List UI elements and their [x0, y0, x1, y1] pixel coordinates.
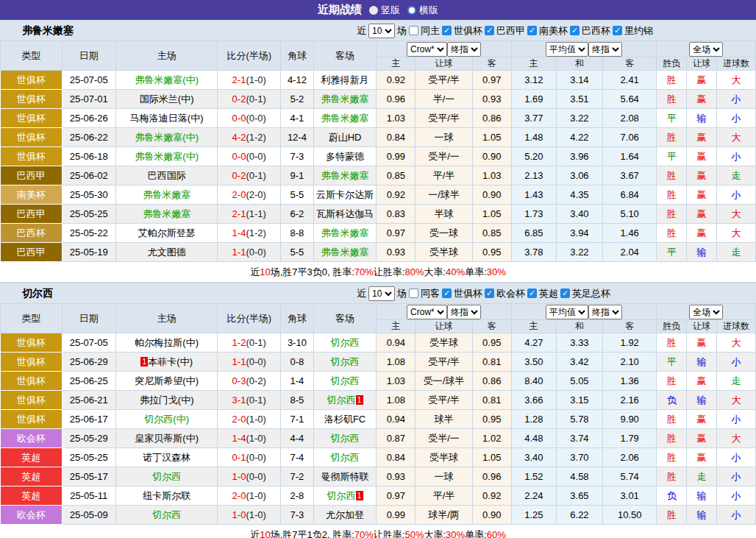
result-cell: 平 [657, 353, 687, 372]
home-team-name: 本菲卡(中) [148, 356, 193, 367]
average-odds-cell: 3.42 [556, 353, 602, 372]
score-cell: 2-0(2-0) [218, 185, 281, 205]
crow-odds-cell: 受平/半 [416, 109, 472, 128]
home-team-cell: 切尔西 [115, 467, 218, 486]
result-cell: 小 [716, 147, 755, 166]
match-date: 25-06-02 [62, 166, 115, 185]
average-odds-header: 平均值终指 [511, 41, 657, 57]
crow-odds-cell: 受半球 [416, 333, 472, 353]
crow-odds-cell: 0.86 [472, 109, 511, 128]
average-odds-cell: 4.22 [556, 128, 602, 147]
average-odds-cell: 6.22 [556, 506, 602, 525]
result-cell: 输 [687, 506, 717, 525]
average-select[interactable]: 平均值 [546, 305, 588, 319]
scope-select[interactable]: 全场 [689, 42, 723, 57]
half-time-score: (0-0) [246, 471, 265, 482]
corner-count: 9-1 [281, 166, 314, 185]
col-header-corner: 角球 [281, 41, 314, 71]
crow-odds-cell: 0.99 [377, 506, 416, 525]
league-badge: 世俱杯 [1, 410, 63, 429]
result-cell: 小 [716, 353, 755, 372]
match-date: 25-05-11 [62, 486, 115, 506]
crow-odds-cell: 0.97 [472, 71, 511, 90]
average-odds-cell: 1.46 [603, 224, 657, 243]
crow-odds-cell: 0.92 [377, 185, 416, 205]
result-cell: 赢 [687, 410, 717, 429]
corner-count: 7-2 [281, 467, 314, 486]
league-badge: 英超 [1, 486, 63, 506]
league-checkbox[interactable]: ✓ [485, 289, 494, 298]
col-header-corner: 角球 [281, 304, 314, 333]
league-checkbox-label: 巴西杯 [582, 24, 610, 38]
radio-circle-icon[interactable] [369, 6, 378, 15]
crow-odds-cell: 0.99 [377, 147, 416, 166]
score-cell: 1-1(0-0) [218, 243, 281, 262]
score-cell: 0-2(0-1) [218, 90, 281, 109]
result-cell: 胜 [657, 90, 687, 109]
average-odds-cell: 5.10 [603, 205, 657, 224]
average-odds-cell: 9.90 [603, 410, 657, 429]
away-team-cell: 切尔西 [313, 448, 377, 467]
match-date: 25-06-17 [62, 410, 115, 429]
result-cell: 赢 [687, 71, 717, 90]
average-odds-cell: 3.50 [511, 353, 556, 372]
home-team-cell: 皇家贝蒂斯(中) [115, 429, 218, 448]
league-badge: 南美杯 [1, 185, 63, 205]
bookmaker-select[interactable]: Crow* [407, 305, 447, 319]
sub-col-header: 主 [377, 57, 416, 71]
bookmaker-select[interactable]: Crow* [407, 42, 447, 57]
league-checkbox[interactable]: ✓ [527, 289, 537, 298]
same-venue-checkbox[interactable] [409, 26, 418, 35]
same-venue-checkbox[interactable] [409, 289, 418, 298]
final-odds-select-2[interactable]: 终指 [588, 42, 622, 57]
radio-circle-selected-icon[interactable] [407, 6, 416, 15]
league-badge: 巴西甲 [1, 205, 63, 224]
match-count-select[interactable]: 10 [368, 24, 395, 38]
crow-odds-cell: 0.93 [377, 243, 416, 262]
league-checkbox-label: 里约锦 [624, 24, 653, 38]
league-checkbox[interactable]: ✓ [485, 26, 494, 35]
match-date: 25-07-01 [62, 90, 115, 109]
crow-odds-cell: 0.94 [377, 333, 416, 353]
league-checkbox-label: 英超 [539, 287, 558, 300]
summary-text: 单率: [465, 266, 487, 279]
page-title: 近期战绩 [318, 3, 362, 17]
league-checkbox[interactable]: ✓ [570, 26, 580, 35]
crow-odds-cell: 0.90 [472, 185, 511, 205]
scope-select[interactable]: 全场 [689, 305, 723, 319]
average-odds-cell: 3.51 [556, 90, 602, 109]
corner-count: 12-4 [281, 128, 314, 147]
half-time-score: (1-0) [246, 509, 265, 520]
league-checkbox[interactable]: ✓ [613, 26, 622, 35]
corner-count: 7-1 [281, 410, 314, 429]
average-odds-cell: 1.52 [511, 467, 556, 486]
match-row: 巴西甲25-05-19尤文图德1-1(0-0)5-5弗鲁米嫩塞0.93受半球0.… [1, 243, 756, 262]
league-checkbox[interactable]: ✓ [527, 26, 537, 35]
radio-horizontal-layout[interactable]: 横版 [407, 4, 438, 17]
crow-odds-cell: 1.05 [472, 448, 511, 467]
league-badge: 英超 [1, 448, 63, 467]
result-cell: 平 [657, 243, 687, 262]
result-cell: 平 [657, 109, 687, 128]
final-odds-select-2[interactable]: 终指 [588, 305, 622, 319]
sub-col-header: 客 [603, 320, 657, 333]
league-badge: 世俱杯 [1, 90, 63, 109]
match-count-select[interactable]: 10 [368, 286, 395, 301]
red-card-badge: 1 [356, 395, 363, 405]
result-cell: 小 [716, 506, 755, 525]
score-cell: 1-4(1-0) [218, 429, 281, 448]
average-select[interactable]: 平均值 [546, 42, 588, 57]
league-checkbox[interactable]: ✓ [442, 289, 452, 298]
result-cell: 小 [716, 467, 755, 486]
league-checkbox[interactable]: ✓ [560, 289, 570, 298]
half-time-score: (0-2) [246, 375, 265, 386]
result-cell: 胜 [657, 372, 687, 391]
crow-odds-cell: 0.93 [377, 467, 416, 486]
radio-vertical-layout[interactable]: 竖版 [369, 4, 400, 17]
home-team-name: 弗鲁米嫩塞(中) [135, 74, 199, 85]
home-team-name: 皇家贝蒂斯(中) [135, 433, 199, 444]
score-cell: 3-1(0-1) [218, 391, 281, 410]
final-odds-select[interactable]: 终指 [447, 42, 481, 57]
final-odds-select[interactable]: 终指 [447, 305, 481, 319]
league-checkbox[interactable]: ✓ [442, 26, 452, 35]
